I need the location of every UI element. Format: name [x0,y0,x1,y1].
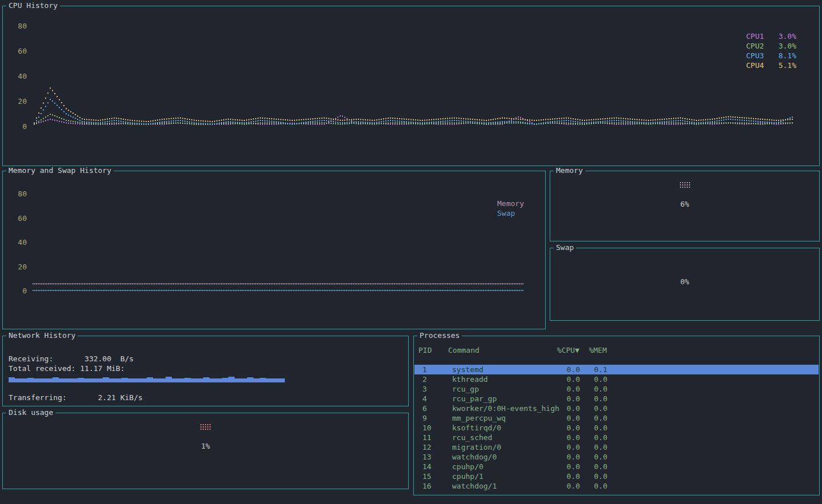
panel-title: Memory [554,166,585,175]
process-row[interactable]: 6kworker/0:0H-events_high0.00.0 [414,404,819,413]
process-cpu: 0.0 [546,423,580,433]
network-history-bar [34,378,40,382]
process-row-selected[interactable]: 1systemd0.00.1 [414,365,819,374]
process-row[interactable]: 3rcu_gp0.00.0 [414,384,819,394]
panel-swap: Swap 0% [550,248,820,321]
memory-swap-legend-label: Swap [497,208,524,218]
process-row[interactable]: 4rcu_par_gp0.00.0 [414,394,819,404]
panel-memory: Memory 6% [550,171,820,241]
process-pid: 16 [422,481,432,491]
process-cpu: 0.0 [546,442,580,452]
network-history-bar [122,378,128,382]
process-mem: 0.0 [581,404,607,413]
process-cmd: rcu_gp [452,384,479,394]
process-cmd: kthreadd [452,374,488,384]
memory-swap-legend: MemorySwap [497,199,524,218]
network-total-received-line: Total received: 11.17 MiB: [9,364,125,373]
network-history-bar [128,378,134,382]
network-history-bar [191,378,197,382]
process-cmd: migration/0 [452,442,501,452]
process-pid: 12 [422,442,432,452]
cpu-legend-row: CPU13.0% [746,31,796,41]
network-history-bar [15,378,21,382]
network-history-bar [166,377,172,382]
cpu-legend-row: CPU38.1% [746,51,796,61]
process-pid: 10 [422,423,432,433]
process-mem: 0.0 [581,471,607,481]
disk-usage-value: 1% [3,442,408,450]
process-cpu: 0.0 [546,413,580,423]
process-cmd: watchdog/0 [452,452,497,462]
memory-swap-legend-label: Memory [497,199,524,208]
process-row[interactable]: 2kthreadd0.00.0 [414,374,819,384]
network-history-bar [184,378,191,382]
process-row[interactable]: 9mm_percpu_wq0.00.0 [414,413,819,423]
network-history-bar [65,378,71,382]
network-history-bar [96,378,103,382]
panel-cpu-history: CPU History 806040200 CPU13.0%CPU23.0%CP… [2,6,820,166]
process-pid: 13 [422,452,432,462]
network-history-bar [153,378,159,382]
process-cmd: mm_percpu_wq [452,413,506,423]
cpu-legend-row: CPU45.1% [746,61,796,70]
process-cmd: rcu_par_gp [452,394,497,404]
network-history-bar [272,378,279,382]
network-history-bar [178,378,184,382]
panel-title: Processes [417,331,462,340]
panel-processes: Processes PID Command %CPU▼ %MEM 1system… [413,336,820,495]
process-row[interactable]: 11rcu_sched0.00.0 [414,433,819,442]
process-pid: 11 [422,433,432,442]
process-row[interactable]: 15cpuhp/10.00.0 [414,471,819,481]
network-history-bar [109,378,115,382]
process-pid: 1 [422,365,427,374]
cpu-legend-label: CPU3 [746,51,764,61]
memory-gauge-icon [679,181,691,189]
cpu-legend-row: CPU23.0% [746,41,796,51]
network-history-bar [172,378,178,382]
process-table-body: 1systemd0.00.12kthreadd0.00.03rcu_gp0.00… [414,365,819,494]
process-mem: 0.0 [581,374,607,384]
process-cpu: 0.0 [546,433,580,442]
process-pid: 9 [422,413,427,423]
column-header-command[interactable]: Command [448,345,480,355]
network-history-bar [103,377,109,382]
cpu-history-chart [3,6,819,166]
process-pid: 4 [422,394,427,404]
process-mem: 0.0 [581,481,607,491]
column-header-cpu-sorted[interactable]: %CPU▼ [545,345,579,355]
process-mem: 0.0 [581,452,607,462]
network-sparkline [9,373,285,382]
column-header-pid[interactable]: PID [418,345,432,355]
cpu-legend-label: CPU4 [746,61,764,70]
network-history-bar [228,377,235,382]
process-cmd: kworker/0:0H-events_high [452,404,559,413]
cpu-legend-label: CPU2 [746,41,764,51]
network-history-bar [134,378,140,382]
network-history-bar [21,378,27,382]
process-mem: 0.0 [581,394,607,404]
panel-title: Swap [554,243,576,252]
process-mem: 0.0 [581,384,607,394]
process-mem: 0.0 [581,442,607,452]
process-row[interactable]: 16watchdog/10.00.0 [414,481,819,491]
process-cpu: 0.0 [546,481,580,491]
memory-usage-value: 6% [550,200,819,208]
column-header-mem[interactable]: %MEM [581,345,607,355]
process-mem: 0.1 [581,365,607,374]
process-cpu: 0.0 [546,365,580,374]
process-row[interactable]: 10ksoftirqd/00.00.0 [414,423,819,433]
process-pid: 6 [422,404,427,413]
process-pid: 2 [422,374,427,384]
process-mem: 0.0 [581,423,607,433]
process-row[interactable]: 13watchdog/00.00.0 [414,452,819,462]
process-cpu: 0.0 [546,452,580,462]
network-history-bar [216,378,222,382]
process-row[interactable]: 12migration/00.00.0 [414,442,819,452]
network-history-bar [71,378,78,382]
process-cmd: rcu_sched [452,433,492,442]
process-cmd: systemd [452,365,483,374]
process-row[interactable]: 14cpuhp/00.00.0 [414,462,819,471]
cpu-legend-value: 8.1% [779,51,796,61]
network-history-bar [266,378,272,382]
cpu-legend-value: 3.0% [779,41,796,51]
